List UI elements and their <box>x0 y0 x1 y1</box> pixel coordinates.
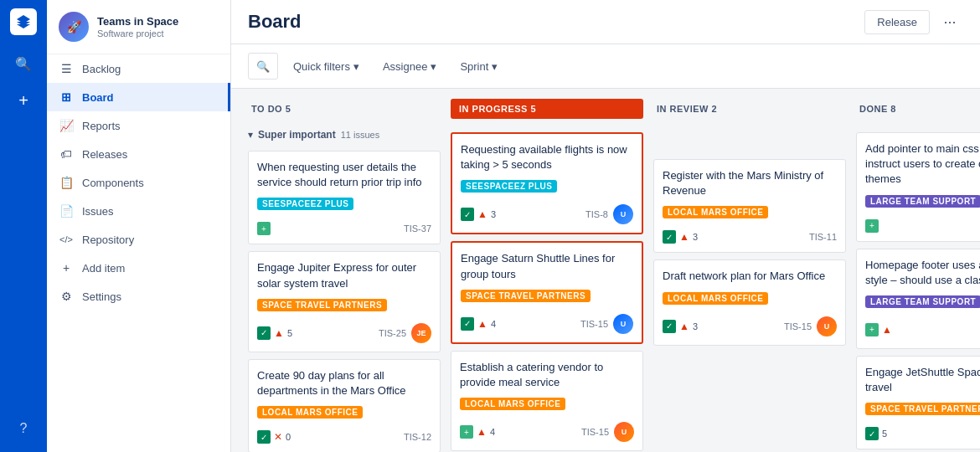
project-sidebar: 🚀 Teams in Space Software project ☰ Back… <box>47 0 231 452</box>
card-ip-3[interactable]: Establish a catering vendor to provide m… <box>451 351 643 451</box>
avatar: JE <box>411 323 431 343</box>
card-id: TIS-8 <box>585 209 608 219</box>
card-ir-2[interactable]: Draft network plan for Mars Office LOCAL… <box>653 259 846 345</box>
card-icons: + ▲ <box>865 323 892 336</box>
card-footer: ✓ ▲ 5 TIS-25 JE <box>257 323 431 343</box>
release-button[interactable]: Release <box>864 10 930 34</box>
board-icon: ⊞ <box>59 90 74 105</box>
in-progress-label: IN PROGRESS 5 <box>459 104 536 114</box>
issues-icon: 📄 <box>59 203 74 218</box>
card-title: Requesting available flights is now taki… <box>461 142 633 172</box>
card-id-row: TIS-8 U <box>585 204 633 224</box>
settings-icon: ⚙ <box>59 289 74 304</box>
reports-label: Reports <box>82 120 121 132</box>
quick-filters-chevron: ▾ <box>353 60 359 73</box>
card-icons: ✓ ✕ 0 <box>257 430 291 444</box>
card-ir-1[interactable]: Register with the Mars Ministry of Reven… <box>653 159 846 253</box>
column-header-todo: TO DO 5 <box>248 99 441 119</box>
sidebar-item-add-item[interactable]: + Add item <box>47 254 230 282</box>
components-label: Components <box>82 177 144 189</box>
up-icon: ▲ <box>679 321 689 332</box>
in-review-label: IN REVIEW 2 <box>657 104 717 114</box>
app-logo[interactable] <box>10 8 37 35</box>
avatar: U <box>613 314 633 334</box>
card-tag: LOCAL MARS OFFICE <box>257 406 363 419</box>
card-tag: SPACE TRAVEL PARTNERS <box>257 299 387 311</box>
sidebar-item-releases[interactable]: 🏷 Releases <box>47 140 230 168</box>
add-item-icon: + <box>59 260 74 275</box>
card-footer: ✓ ▲ 3 TIS-11 <box>663 230 837 244</box>
card-title: Create 90 day plans for all departments … <box>257 368 431 398</box>
swimlane-spacer <box>653 126 846 152</box>
up-icon: ▲ <box>477 318 487 330</box>
sidebar-item-board[interactable]: ⊞ Board <box>47 83 230 111</box>
card-tag: SPACE TRAVEL PARTNERS <box>865 403 980 415</box>
card-title: Engage Saturn Shuttle Lines for group to… <box>461 251 633 281</box>
card-id: TIS-15 <box>580 319 608 329</box>
card-title: Engage JetShuttle SpaceWays for travel <box>865 365 980 395</box>
global-create-icon[interactable]: + <box>8 85 39 116</box>
card-todo-1[interactable]: When requesting user details the service… <box>248 151 441 244</box>
card-tag: SPACE TRAVEL PARTNERS <box>461 290 591 302</box>
todo-label: TO DO 5 <box>251 104 291 114</box>
sprint-chevron: ▾ <box>492 60 498 73</box>
column-header-done: DONE 8 <box>856 99 980 119</box>
search-box[interactable]: 🔍 <box>248 53 278 80</box>
sidebar-item-reports[interactable]: 📈 Reports <box>47 111 230 140</box>
column-done: DONE 8 Add pointer to main css file to i… <box>856 99 980 442</box>
card-icons: ✓ ▲ 5 <box>257 326 292 340</box>
check-icon: ✓ <box>257 326 271 340</box>
quick-filters-button[interactable]: Quick filters ▾ <box>285 56 368 77</box>
project-name: Teams in Space <box>97 15 178 29</box>
card-count: 5 <box>287 328 292 338</box>
plus-icon: + <box>460 425 473 439</box>
done-label: DONE 8 <box>859 104 896 114</box>
column-in-review: IN REVIEW 2 Register with the Mars Minis… <box>653 99 846 442</box>
card-title: Homepage footer uses an inline style – s… <box>865 258 980 288</box>
card-icons: ✓ ▲ 3 <box>663 230 698 244</box>
card-done-1[interactable]: Add pointer to main css file to instruct… <box>856 132 980 242</box>
more-options-button[interactable]: ··· <box>936 8 963 35</box>
card-todo-2[interactable]: Engage Jupiter Express for outer solar s… <box>248 251 441 352</box>
sidebar-item-issues[interactable]: 📄 Issues <box>47 197 230 225</box>
card-footer: + TIS-37 <box>257 222 431 235</box>
up-icon: ▲ <box>679 231 689 243</box>
column-header-in-progress: IN PROGRESS 5 <box>451 99 643 119</box>
card-count: 3 <box>491 209 496 219</box>
sprint-filter-button[interactable]: Sprint ▾ <box>451 56 506 77</box>
card-id: TIS-12 <box>404 432 431 442</box>
card-done-2[interactable]: Homepage footer uses an inline style – s… <box>856 249 980 349</box>
up-icon: ▲ <box>274 327 284 339</box>
card-title: Draft network plan for Mars Office <box>663 269 837 284</box>
sprint-label: Sprint <box>460 60 488 73</box>
card-title: Establish a catering vendor to provide m… <box>460 360 634 390</box>
assignee-chevron: ▾ <box>431 60 436 73</box>
up-icon: ▲ <box>477 426 487 438</box>
global-search-icon[interactable]: 🔍 <box>8 49 39 79</box>
card-count: 5 <box>882 429 887 439</box>
avatar: U <box>614 422 634 442</box>
card-todo-3[interactable]: Create 90 day plans for all departments … <box>248 359 441 452</box>
sidebar-item-components[interactable]: 📋 Components <box>47 168 230 197</box>
card-ip-1[interactable]: Requesting available flights is now taki… <box>451 132 643 234</box>
card-id: TIS-25 <box>379 328 406 338</box>
project-header: 🚀 Teams in Space Software project <box>47 0 230 54</box>
swimlane-header[interactable]: ▾ Super important 11 issues <box>248 126 441 144</box>
sidebar-item-settings[interactable]: ⚙ Settings <box>47 282 230 311</box>
card-icons: ✓ ▲ 4 <box>461 317 496 331</box>
sidebar-item-repository[interactable]: </> Repository <box>47 225 230 254</box>
sidebar-item-backlog[interactable]: ☰ Backlog <box>47 54 230 83</box>
card-done-3[interactable]: Engage JetShuttle SpaceWays for travel S… <box>856 356 980 449</box>
card-title: Add pointer to main css file to instruct… <box>865 141 980 187</box>
quick-filters-label: Quick filters <box>293 60 350 73</box>
card-icons: + ▲ 4 <box>460 425 495 439</box>
card-id: TIS-15 <box>581 427 609 437</box>
global-help-icon[interactable]: ? <box>8 413 39 444</box>
up-icon: ▲ <box>882 324 892 336</box>
card-count: 3 <box>693 321 698 331</box>
card-id-row: TIS-11 <box>809 232 837 242</box>
card-footer: ✓ ▲ 4 TIS-15 U <box>461 314 633 334</box>
card-tag: LOCAL MARS OFFICE <box>663 292 768 305</box>
assignee-filter-button[interactable]: Assignee ▾ <box>374 56 445 77</box>
card-ip-2[interactable]: Engage Saturn Shuttle Lines for group to… <box>451 241 643 343</box>
